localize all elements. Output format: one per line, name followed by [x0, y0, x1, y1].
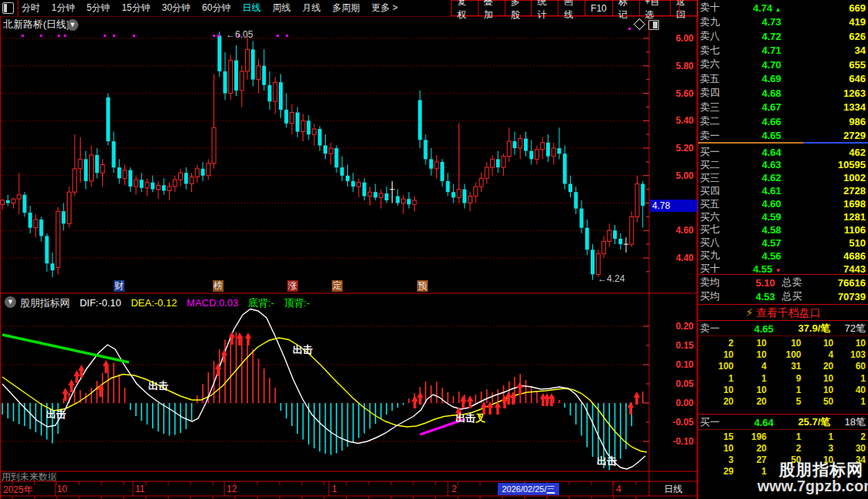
candle-up	[474, 187, 478, 197]
bid-row-买七[interactable]: 买七4.581106	[700, 223, 866, 236]
menu-item-更多 >[interactable]: 更多 >	[371, 2, 397, 15]
buy-average-row: 买均4.53总买70739	[700, 289, 866, 303]
timeline-month-12: 12	[227, 484, 237, 494]
ask-row-卖十[interactable]: 卖十4.74 ▲669	[700, 1, 866, 15]
price-axis-label: 4.60	[676, 225, 694, 236]
thousand-depth-link[interactable]: ⚡ 查看千档盘口	[698, 306, 868, 319]
signal-dot	[213, 35, 215, 37]
ask-row-卖九[interactable]: 卖九4.73419	[700, 15, 866, 29]
timeline-month-4: 4	[616, 484, 621, 494]
indicator-source[interactable]: 股朋指标网	[20, 297, 70, 309]
signal-dot	[22, 35, 24, 37]
timeline-month-2: 2	[452, 484, 457, 494]
ask-row-卖一[interactable]: 卖一4.652729	[700, 129, 866, 143]
candle-up	[240, 71, 244, 91]
menu-item-月线[interactable]: 月线	[302, 2, 320, 15]
candle-down	[318, 129, 322, 145]
candle-down	[446, 181, 450, 192]
ask-row-卖四[interactable]: 卖四4.681263	[700, 86, 866, 100]
toolbar-button-多股[interactable]: 多股	[505, 0, 532, 16]
indicator-chevron-icon[interactable]: ▼	[5, 296, 16, 308]
menu-item-15分钟[interactable]: 15分钟	[121, 2, 150, 15]
bid-row-买八[interactable]: 买八4.57510	[700, 236, 866, 250]
candle-up	[190, 177, 194, 184]
chart-watermark-char: 涨	[287, 280, 298, 292]
window-layout-icon[interactable]	[2, 2, 14, 14]
ask-row-卖六[interactable]: 卖六4.70655	[700, 58, 866, 71]
buy-arrow-icon	[510, 392, 516, 405]
timeline-month-1: 1	[332, 484, 337, 494]
candle-down	[496, 159, 500, 167]
signal-dot	[133, 35, 135, 37]
panel-separator-dotted	[698, 429, 868, 430]
candle-down	[418, 100, 422, 140]
buy-arrow-icon	[412, 395, 418, 408]
toolbar-button-返回[interactable]: 返回	[670, 0, 697, 16]
bid-row-买二[interactable]: 买二4.6310595	[700, 158, 866, 172]
candle-down	[234, 61, 238, 91]
candle-down	[558, 148, 562, 154]
candle-down	[385, 193, 389, 200]
toolbar-button-画线[interactable]: 画线	[558, 0, 585, 16]
candle-down	[396, 197, 399, 203]
menu-item-分时[interactable]: 分时	[22, 2, 40, 15]
ask-row-卖七[interactable]: 卖七4.7134	[700, 44, 866, 58]
menu-item-60分钟[interactable]: 60分钟	[202, 2, 230, 15]
candle-down	[641, 183, 644, 206]
chevron-down-icon[interactable]: ▼	[67, 19, 78, 31]
candle-down	[613, 230, 617, 239]
macd-axis-label: 0.20	[676, 321, 694, 332]
bid-row-买四[interactable]: 买四4.612728	[700, 184, 866, 198]
menu-item-周线[interactable]: 周线	[272, 2, 290, 15]
candle-up	[502, 157, 505, 167]
toolbar-button-+自选[interactable]: +自选	[639, 0, 671, 16]
candle-up	[134, 180, 138, 187]
candle-down	[39, 220, 43, 236]
candle-down	[323, 145, 327, 154]
menu-item-5分钟[interactable]: 5分钟	[87, 2, 111, 15]
candle-up	[479, 178, 483, 187]
bid-row-买九[interactable]: 买九4.564686	[700, 249, 866, 263]
candle-down	[340, 167, 344, 176]
candle-down	[440, 162, 444, 181]
ask-row-卖三[interactable]: 卖三4.671334	[700, 101, 866, 114]
period-badge[interactable]: 日线	[650, 483, 697, 495]
bid-row-买六[interactable]: 买六4.591281	[700, 210, 866, 224]
bid-row-买三[interactable]: 买三4.621002	[700, 171, 866, 185]
candle-up	[541, 143, 545, 150]
candle-down	[51, 263, 55, 270]
ask-row-卖五[interactable]: 卖五4.69646	[700, 72, 866, 86]
candle-up	[12, 199, 15, 203]
menu-item-1分钟[interactable]: 1分钟	[51, 2, 75, 15]
ask-row-卖二[interactable]: 卖二4.66986	[700, 114, 866, 128]
toolbar-button-统计[interactable]: 统计	[531, 0, 558, 16]
ask-row-卖八[interactable]: 卖八4.72626	[700, 29, 866, 43]
macd-axis-label: 0.05	[676, 378, 694, 389]
toolbar-button-叠加[interactable]: 叠加	[478, 0, 505, 16]
candle-down	[513, 141, 517, 148]
panel-separator	[698, 304, 868, 305]
candle-up	[290, 113, 294, 124]
candle-down	[251, 49, 255, 79]
menu-item-30分钟[interactable]: 30分钟	[162, 2, 190, 15]
signal-label: 出击	[597, 455, 617, 467]
ask1-summary-row: 卖一4.6537.9/笔72笔	[700, 322, 866, 335]
buy-arrow-icon	[634, 392, 640, 405]
bid-row-买五[interactable]: 买五4.601698	[700, 197, 866, 211]
menu-item-多周期[interactable]: 多周期	[332, 2, 359, 15]
bid1-summary-row: 买一4.6425.7/笔18笔	[700, 415, 866, 429]
bid-row-买一[interactable]: 买一4.64462	[700, 145, 866, 159]
lightning-icon: ⚡	[746, 306, 754, 319]
toolbar-button-标记[interactable]: 标记	[612, 0, 640, 16]
candle-up	[491, 159, 495, 167]
panel-window-icon[interactable]	[648, 20, 659, 30]
candle-down	[106, 97, 110, 141]
candle-up	[630, 216, 634, 244]
candle-down	[580, 209, 584, 228]
toolbar-button-复权[interactable]: 复权	[451, 0, 479, 16]
buy-arrow-icon	[460, 395, 466, 408]
timeline-year: 2025年	[3, 484, 33, 497]
toolbar-button-F10[interactable]: F10	[585, 0, 613, 16]
menu-item-日线[interactable]: 日线	[242, 2, 260, 15]
candle-up	[435, 162, 439, 169]
